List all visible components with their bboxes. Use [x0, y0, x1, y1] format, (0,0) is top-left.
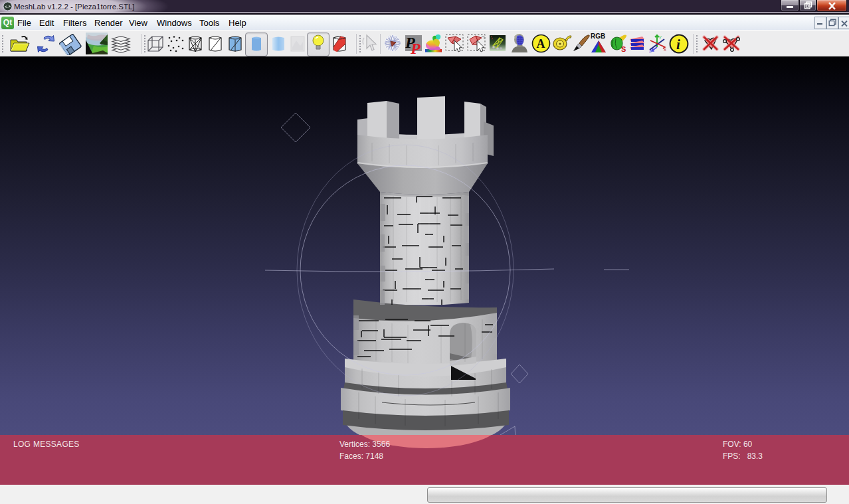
svg-text:Y: Y [658, 35, 662, 41]
svg-text:i: i [676, 37, 680, 52]
svg-text:RGB: RGB [591, 33, 605, 40]
svg-text:P: P [410, 40, 421, 55]
svg-text:S: S [621, 45, 626, 52]
svg-text:z: z [649, 48, 652, 52]
svg-text:A: A [537, 37, 545, 50]
svg-text:x: x [664, 46, 666, 52]
